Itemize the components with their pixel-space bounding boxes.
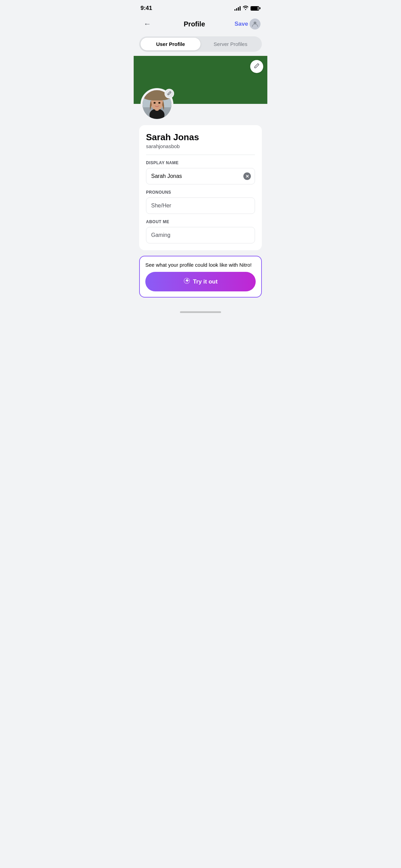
save-label: Save — [234, 21, 248, 27]
status-icons — [234, 5, 260, 11]
svg-point-7 — [158, 102, 160, 104]
clear-display-name-button[interactable]: ✕ — [243, 172, 251, 180]
pronouns-section: PRONOUNS — [146, 190, 255, 214]
back-arrow-icon: ← — [144, 20, 151, 28]
profile-username: sarahjonasbob — [146, 143, 255, 155]
tab-user-profile-label: User Profile — [156, 41, 185, 47]
avatar-wrapper — [141, 88, 173, 121]
display-name-section: DISPLAY NAME ✕ — [146, 160, 255, 184]
tab-toggle: User Profile Server Profiles — [139, 36, 262, 52]
nitro-promo-text: See what your profile could look like wi… — [145, 262, 256, 268]
pronouns-label: PRONOUNS — [146, 190, 255, 195]
about-me-section: ABOUT ME — [146, 219, 255, 243]
display-name-label: DISPLAY NAME — [146, 160, 255, 165]
svg-point-6 — [154, 102, 156, 104]
tab-user-profile[interactable]: User Profile — [141, 38, 200, 50]
try-it-out-label: Try it out — [193, 278, 218, 285]
signal-icon — [234, 6, 241, 11]
profile-display-name: Sarah Jonas — [146, 132, 255, 143]
about-me-label: ABOUT ME — [146, 219, 255, 224]
pronouns-input[interactable] — [146, 197, 255, 214]
clear-icon: ✕ — [245, 174, 249, 179]
nitro-banner: See what your profile could look like wi… — [139, 256, 262, 298]
nitro-bolt-icon — [183, 277, 190, 286]
save-avatar — [250, 19, 260, 29]
profile-card: Sarah Jonas sarahjonasbob DISPLAY NAME ✕… — [139, 125, 262, 250]
avatar-pencil-icon — [167, 91, 171, 96]
wifi-icon — [243, 5, 248, 11]
battery-icon — [251, 6, 260, 11]
tab-server-profiles[interactable]: Server Profiles — [200, 38, 260, 50]
banner-section — [134, 56, 267, 104]
back-button[interactable]: ← — [141, 17, 154, 31]
header: ← Profile Save — [134, 14, 267, 36]
try-it-out-button[interactable]: Try it out — [145, 272, 256, 291]
status-time: 9:41 — [141, 5, 152, 12]
tab-server-profiles-label: Server Profiles — [214, 41, 247, 47]
save-button[interactable]: Save — [234, 19, 260, 29]
about-me-input[interactable] — [146, 227, 255, 243]
page-title: Profile — [184, 20, 205, 28]
svg-point-5 — [151, 96, 163, 110]
display-name-input-wrapper: ✕ — [146, 168, 255, 184]
pencil-icon — [254, 63, 259, 70]
home-indicator — [134, 304, 267, 316]
edit-banner-button[interactable] — [250, 60, 263, 73]
status-bar: 9:41 — [134, 0, 267, 14]
home-bar — [180, 311, 221, 313]
display-name-input[interactable] — [146, 168, 255, 184]
edit-avatar-button[interactable] — [165, 89, 174, 98]
